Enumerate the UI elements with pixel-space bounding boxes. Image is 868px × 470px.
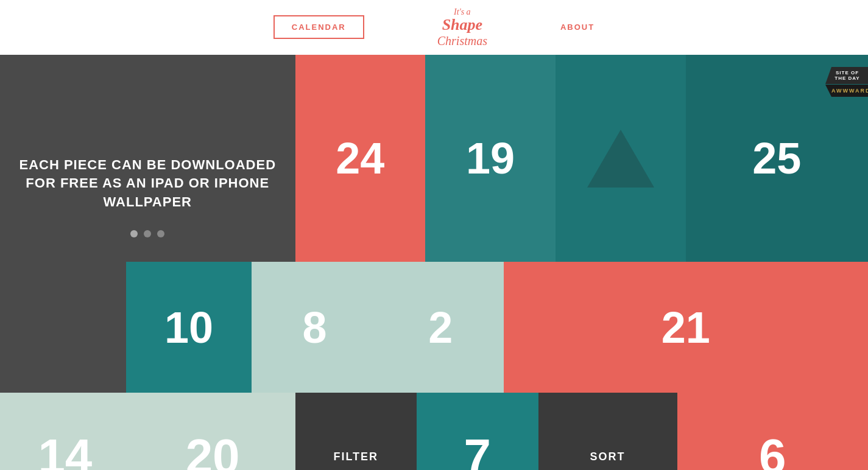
grid-row-2: 10 8 2 21 [0,262,868,393]
cell-10[interactable]: 10 [126,262,252,393]
awwwards-line1: SITE OF THE DAY [825,67,868,84]
slide-cell[interactable]: EACH PIECE CAN BE DOWNLOADED FOR FREE AS… [0,55,295,262]
logo-line1: It's a [437,7,487,16]
calendar-button[interactable]: CALENDAR [273,15,364,39]
number-6: 6 [759,432,786,470]
number-7: 7 [464,432,492,470]
cell-filter[interactable]: FILTER [295,393,417,470]
cell-14[interactable]: 14 [0,393,130,470]
cell-7[interactable]: 7 [417,393,538,470]
logo-line3: Christmas [437,34,487,47]
dot-1[interactable] [130,230,138,237]
cell-20[interactable]: 20 [130,393,295,470]
sort-label: SORT [590,451,625,463]
slide-heading: EACH PIECE CAN BE DOWNLOADED FOR FREE AS… [0,156,295,212]
dot-2[interactable] [144,230,151,237]
grid-row-1: EACH PIECE CAN BE DOWNLOADED FOR FREE AS… [0,55,868,262]
triangle-icon [587,130,654,188]
cell-sort[interactable]: SORT [538,393,677,470]
header: CALENDAR It's a Shape Christmas ABOUT [0,0,868,55]
cell-triangle[interactable] [556,55,686,262]
cell-21[interactable]: 21 [504,262,869,393]
about-link[interactable]: ABOUT [560,23,595,32]
number-24: 24 [336,136,384,180]
number-10: 10 [164,306,213,349]
number-14: 14 [38,432,92,470]
awwwards-line2: AWWWARDS [825,85,868,97]
number-19: 19 [466,136,515,180]
calendar-grid: EACH PIECE CAN BE DOWNLOADED FOR FREE AS… [0,55,868,470]
dot-3[interactable] [157,230,164,237]
main-nav: CALENDAR It's a Shape Christmas ABOUT [273,7,595,47]
cell-2[interactable]: 2 [378,262,504,393]
cell-6[interactable]: 6 [677,393,869,470]
number-20: 20 [186,432,240,470]
cell-8[interactable]: 8 [252,262,378,393]
cell-empty-left [0,262,126,393]
number-25: 25 [752,136,801,180]
logo[interactable]: It's a Shape Christmas [437,7,487,47]
filter-label: FILTER [333,451,378,463]
number-21: 21 [662,306,710,349]
cell-24[interactable]: 24 [295,55,426,262]
cell-19[interactable]: 19 [425,55,556,262]
number-8: 8 [303,306,327,349]
logo-line2: Shape [437,16,487,34]
awwwards-badge[interactable]: SITE OF THE DAY AWWWARDS [825,67,868,97]
number-2: 2 [428,306,453,349]
grid-row-3: 14 20 FILTER 7 SORT 6 [0,393,868,470]
slide-dots [130,230,164,237]
